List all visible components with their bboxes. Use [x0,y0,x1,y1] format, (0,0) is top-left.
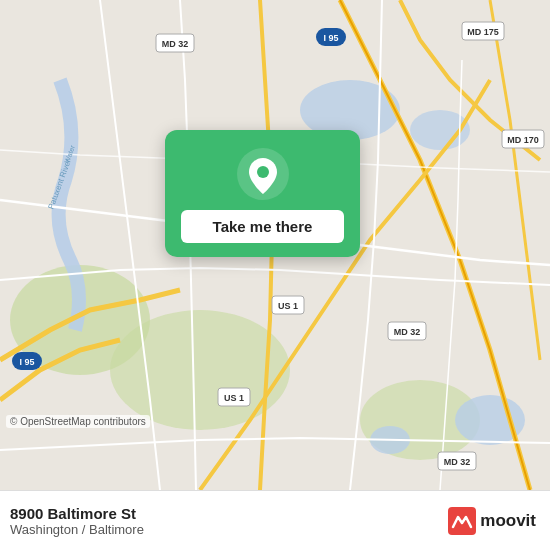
svg-text:I 95: I 95 [19,357,34,367]
city-line: Washington / Baltimore [10,522,144,537]
address-line: 8900 Baltimore St [10,505,144,522]
svg-text:US 1: US 1 [278,301,298,311]
svg-text:MD 175: MD 175 [467,27,499,37]
popup-card[interactable]: Take me there [165,130,360,257]
moovit-logo: moovit [448,507,536,535]
svg-text:MD 32: MD 32 [162,39,189,49]
moovit-brand-text: moovit [480,511,536,531]
take-me-there-button[interactable]: Take me there [181,210,344,243]
moovit-brand-icon [448,507,476,535]
svg-point-31 [257,166,269,178]
location-pin-icon [237,148,289,200]
svg-text:MD 32: MD 32 [394,327,421,337]
map-container: MD 32 I 95 MD 175 MD 170 US 1 I 95 US 1 … [0,0,550,490]
svg-text:US 1: US 1 [224,393,244,403]
bottom-bar: 8900 Baltimore St Washington / Baltimore… [0,490,550,550]
svg-text:I 95: I 95 [323,33,338,43]
address-section: 8900 Baltimore St Washington / Baltimore [10,505,144,537]
copyright-text: © OpenStreetMap contributors [6,415,150,428]
svg-text:MD 170: MD 170 [507,135,539,145]
svg-text:MD 32: MD 32 [444,457,471,467]
